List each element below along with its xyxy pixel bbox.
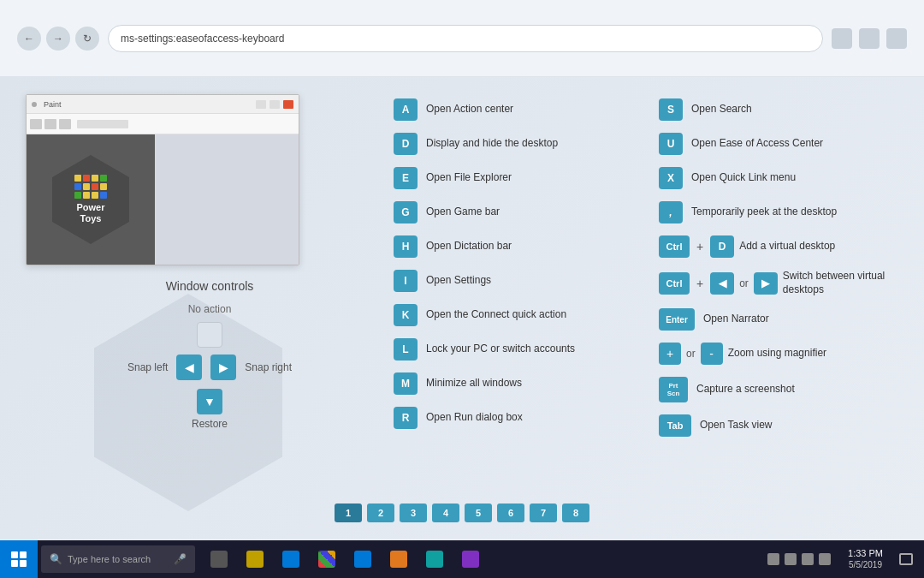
or-text-2: or bbox=[686, 348, 696, 360]
toolbar-btn-2 bbox=[44, 119, 56, 129]
page-4[interactable]: 4 bbox=[432, 504, 459, 522]
logo-tl bbox=[11, 551, 18, 558]
page-8[interactable]: 8 bbox=[562, 504, 589, 522]
shortcut-R: R Open Run dialog box bbox=[394, 407, 633, 429]
taskbar-powertoys[interactable] bbox=[382, 542, 416, 576]
page-7[interactable]: 7 bbox=[530, 504, 557, 522]
store-icon bbox=[426, 551, 443, 568]
page-6[interactable]: 6 bbox=[497, 504, 524, 522]
desc-E: Open File Explorer bbox=[426, 171, 512, 185]
taskbar-vscode[interactable] bbox=[346, 542, 380, 576]
logo-br bbox=[20, 560, 27, 567]
preview-toolbar bbox=[27, 114, 299, 134]
minimize-icon[interactable] bbox=[256, 100, 266, 109]
maximize-icon[interactable] bbox=[270, 100, 280, 109]
key-left-arrow: ◀ bbox=[710, 272, 734, 295]
desc-L: Lock your PC or switch accounts bbox=[426, 343, 575, 356]
key-S: S bbox=[659, 98, 683, 121]
key-M: M bbox=[394, 372, 418, 395]
desc-comma: Temporarily peek at the desktop bbox=[691, 206, 837, 219]
edge-icon bbox=[282, 551, 299, 568]
toolbar-btn-3 bbox=[59, 119, 71, 129]
system-tray bbox=[761, 553, 838, 565]
snap-right-label: Snap right bbox=[245, 361, 292, 373]
desc-zoom: Zoom using magnifier bbox=[728, 347, 826, 361]
toolbar-icon-1[interactable] bbox=[832, 28, 852, 49]
dot-3 bbox=[92, 175, 98, 182]
dot-10 bbox=[83, 192, 90, 199]
taskbar-store[interactable] bbox=[418, 542, 452, 576]
desc-I: Open Settings bbox=[426, 274, 491, 288]
key-comma: , bbox=[659, 201, 683, 223]
taskbar: 🔍 Type here to search 🎤 bbox=[0, 540, 924, 578]
shortcut-tab: Tab Open Task view bbox=[659, 414, 898, 437]
refresh-button[interactable]: ↻ bbox=[75, 27, 99, 51]
snap-right-button[interactable]: ▶ bbox=[210, 355, 236, 380]
address-bar[interactable]: ms-settings:easeofaccess-keyboard bbox=[108, 25, 823, 52]
preview-titlebar: Paint bbox=[27, 95, 299, 114]
page-2[interactable]: 2 bbox=[367, 504, 394, 522]
desc-U: Open Ease of Access Center bbox=[691, 137, 823, 151]
desc-D: Display and hide the desktop bbox=[426, 137, 558, 151]
dot-4 bbox=[100, 175, 107, 182]
dot-2 bbox=[83, 175, 90, 182]
taskbar-chrome[interactable] bbox=[310, 542, 344, 576]
key-enter: Enter bbox=[659, 308, 695, 331]
desc-K: Open the Connect quick action bbox=[426, 308, 566, 322]
snap-left-button[interactable]: ◀ bbox=[176, 355, 202, 380]
dot-8 bbox=[100, 183, 107, 190]
key-ctrl-2: Ctrl bbox=[659, 272, 690, 295]
key-G: G bbox=[394, 201, 418, 223]
taskbar-edge[interactable] bbox=[274, 542, 308, 576]
shortcut-ctrl-d: Ctrl + D Add a virtual desktop bbox=[659, 235, 898, 258]
hex-text-toys: Toys bbox=[80, 213, 102, 224]
back-button[interactable]: ← bbox=[17, 27, 41, 51]
notification-button[interactable] bbox=[893, 540, 919, 578]
toolbar-icons bbox=[832, 28, 907, 49]
key-R: R bbox=[394, 407, 418, 429]
key-prtscn: PrtScn bbox=[659, 377, 688, 402]
desc-enter: Open Narrator bbox=[703, 313, 769, 326]
key-U: U bbox=[659, 133, 683, 155]
desc-R: Open Run dialog box bbox=[426, 411, 523, 425]
task-view-icon bbox=[210, 551, 228, 568]
taskbar-misc[interactable] bbox=[453, 542, 488, 576]
tray-icon-1 bbox=[767, 553, 779, 565]
start-button[interactable] bbox=[0, 540, 38, 578]
restore-button[interactable]: ▼ bbox=[197, 389, 222, 414]
preview-body: Power Toys bbox=[27, 134, 299, 265]
titlebar-icon bbox=[32, 102, 37, 107]
desc-G: Open Game bar bbox=[426, 206, 500, 219]
toolbar-icon-3[interactable] bbox=[886, 28, 907, 49]
desc-ctrl-d: Add a virtual desktop bbox=[739, 240, 835, 253]
shortcut-I: I Open Settings bbox=[394, 270, 633, 292]
preview-window: Paint bbox=[26, 94, 299, 265]
shortcut-G: G Open Game bar bbox=[394, 201, 633, 223]
restore-label: Restore bbox=[192, 418, 228, 430]
shortcut-zoom: + or - Zoom using magnifier bbox=[659, 343, 898, 365]
plus-2: + bbox=[696, 277, 703, 290]
page-5[interactable]: 5 bbox=[465, 504, 492, 522]
page-1[interactable]: 1 bbox=[335, 504, 362, 522]
main-content: Paint bbox=[0, 77, 924, 539]
no-action-label: No action bbox=[26, 303, 394, 315]
toolbar-icon-2[interactable] bbox=[859, 28, 880, 49]
snap-buttons-row: Snap left ◀ ▶ Snap right bbox=[26, 355, 394, 380]
key-tab: Tab bbox=[659, 414, 691, 437]
preview-app-name: Paint bbox=[44, 100, 62, 109]
address-text: ms-settings:easeofaccess-keyboard bbox=[121, 33, 284, 45]
taskbar-task-view[interactable] bbox=[202, 542, 236, 576]
page-3[interactable]: 3 bbox=[400, 504, 427, 522]
search-icon: 🔍 bbox=[50, 553, 62, 565]
close-icon[interactable] bbox=[283, 100, 293, 109]
preview-canvas bbox=[155, 134, 299, 265]
forward-button[interactable]: → bbox=[46, 27, 70, 51]
taskbar-search[interactable]: 🔍 Type here to search 🎤 bbox=[41, 545, 195, 573]
desc-A: Open Action center bbox=[426, 103, 513, 116]
desc-S: Open Search bbox=[691, 103, 752, 116]
taskbar-file-explorer[interactable] bbox=[238, 542, 272, 576]
clock[interactable]: 1:33 PM 5/5/2019 bbox=[841, 548, 890, 569]
key-A: A bbox=[394, 98, 418, 121]
desc-prtscn: Capture a screenshot bbox=[696, 383, 795, 396]
desc-X: Open Quick Link menu bbox=[691, 171, 796, 185]
